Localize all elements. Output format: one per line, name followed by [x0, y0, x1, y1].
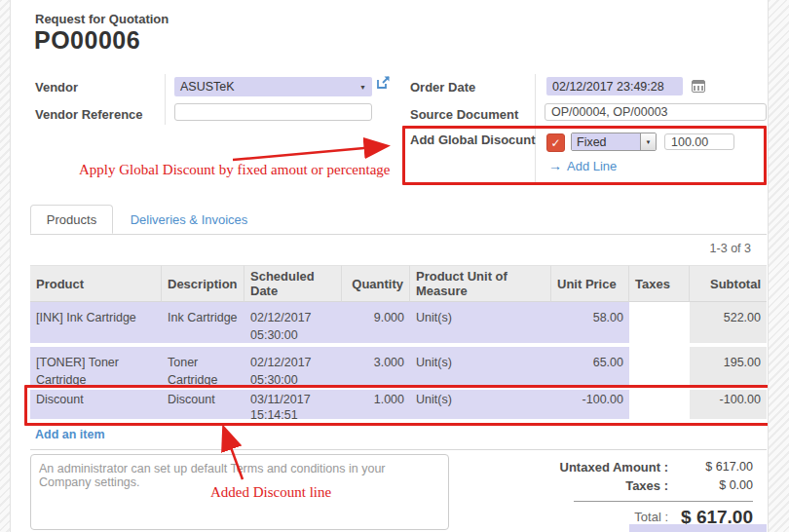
cell-product[interactable]: [INK] Ink Cartridge — [30, 302, 162, 345]
col-quantity: Quantity — [342, 265, 410, 302]
totals-block: Untaxed Amount : $ 617.00 Taxes : $ 0.00… — [459, 458, 753, 529]
global-discount-label: Add Global Disocunt — [410, 133, 536, 147]
tab-products[interactable]: Products — [30, 205, 113, 234]
vendor-label: Vendor — [35, 80, 78, 95]
global-discount-checkbox[interactable]: ✓ — [546, 133, 565, 152]
cell-unit-price[interactable]: 58.00 — [551, 302, 629, 345]
annotation-note-bottom: Added Discount line — [210, 484, 331, 501]
cell-subtotal[interactable]: -100.00 — [690, 390, 767, 421]
cell-scheduled-date[interactable]: 02/12/2017 05:30:00 — [244, 302, 342, 345]
table-row-ink[interactable]: [INK] Ink Cartridge Ink Cartridge 02/12/… — [30, 302, 767, 345]
annotation-note-top: Apply Global Discount by fixed amout or … — [79, 162, 415, 178]
cutoff-highlight-strip — [629, 524, 767, 532]
tab-products-label: Products — [47, 212, 96, 227]
col-product: Product — [30, 265, 162, 302]
totals-divider — [574, 501, 753, 502]
col-unit-price: Unit Price — [551, 265, 629, 302]
cell-subtotal[interactable]: 195.00 — [690, 347, 767, 388]
col-scheduled-date: Scheduled Date — [244, 265, 342, 302]
vendor-reference-label: Vendor Reference — [35, 107, 143, 122]
cell-uom[interactable]: Unit(s) — [410, 302, 551, 345]
vendor-reference-input[interactable] — [174, 103, 372, 121]
cell-quantity[interactable]: 9.000 — [342, 302, 410, 345]
cell-product[interactable]: [TONER] Toner Cartridge — [30, 347, 162, 388]
untaxed-amount-label: Untaxed Amount : — [459, 458, 668, 476]
discount-type-select[interactable]: Fixed ▼ — [571, 133, 657, 151]
cell-uom[interactable]: Unit(s) — [410, 347, 551, 388]
col-subtotal: Subtotal — [690, 265, 767, 302]
form-sheet: Request for Quotation PO00006 Vendor ASU… — [10, 0, 769, 532]
add-line-label: Add Line — [567, 159, 617, 173]
add-item-row: Add an item — [30, 421, 767, 450]
arrow-to-global-discount — [233, 146, 386, 160]
source-document-label: Source Document — [410, 107, 518, 122]
cell-quantity[interactable]: 1.000 — [342, 390, 410, 421]
cell-description[interactable]: Toner Cartridge — [162, 347, 244, 388]
calendar-icon[interactable] — [692, 80, 705, 93]
table-row-toner[interactable]: [TONER] Toner Cartridge Toner Cartridge … — [30, 347, 767, 388]
order-date-label: Order Date — [410, 80, 475, 95]
discount-amount-input[interactable] — [664, 133, 734, 150]
cell-scheduled-date[interactable]: 03/11/2017 15:14:51 — [244, 390, 342, 421]
tab-deliveries-invoices-label: Deliveries & Invoices — [131, 212, 248, 227]
table-header: Product Description Scheduled Date Quant… — [30, 265, 767, 302]
cell-unit-price[interactable]: 65.00 — [551, 347, 629, 388]
cell-description[interactable]: Ink Cartridge — [162, 302, 244, 345]
check-icon: ✓ — [550, 136, 560, 150]
source-document-input[interactable] — [545, 103, 767, 121]
discount-type-value: Fixed — [572, 133, 640, 150]
group-separator-left — [165, 74, 166, 125]
vendor-select[interactable]: ASUSTeK ▼ — [174, 77, 372, 96]
taxes-value: $ 0.00 — [668, 476, 753, 495]
add-line-link[interactable]: → Add Line — [548, 158, 617, 173]
document-type-label: Request for Quotation — [35, 12, 169, 26]
arrow-right-icon: → — [548, 158, 562, 173]
col-description: Description — [162, 265, 244, 302]
cell-unit-price[interactable]: -100.00 — [551, 390, 629, 421]
col-uom: Product Unit of Measure — [410, 265, 551, 302]
cell-description[interactable]: Discount — [162, 390, 244, 421]
col-taxes: Taxes — [629, 265, 690, 302]
add-an-item-link[interactable]: Add an item — [35, 428, 105, 441]
cell-uom[interactable]: Unit(s) — [410, 390, 551, 421]
vendor-value: ASUSTeK — [180, 80, 235, 94]
chevron-down-icon[interactable]: ▼ — [359, 84, 366, 91]
untaxed-amount-row: Untaxed Amount : $ 617.00 — [459, 458, 753, 476]
cell-quantity[interactable]: 3.000 — [342, 347, 410, 388]
open-record-icon[interactable] — [376, 75, 391, 94]
cell-scheduled-date[interactable]: 02/12/2017 05:30:00 — [244, 347, 342, 388]
cell-product[interactable]: Discount — [30, 390, 162, 421]
group-separator-right — [535, 74, 536, 183]
cell-taxes[interactable] — [629, 347, 690, 388]
page-title: PO00006 — [34, 26, 140, 55]
chevron-down-icon[interactable]: ▼ — [640, 133, 656, 150]
cell-taxes[interactable] — [629, 302, 690, 345]
order-date-field[interactable]: 02/12/2017 23:49:28 — [546, 77, 683, 95]
taxes-label: Taxes : — [459, 476, 668, 495]
order-date-value: 02/12/2017 23:49:28 — [552, 80, 664, 94]
taxes-row: Taxes : $ 0.00 — [459, 476, 753, 495]
cell-subtotal[interactable]: 522.00 — [690, 302, 767, 345]
untaxed-amount-value: $ 617.00 — [668, 458, 753, 476]
tabs-divider — [30, 234, 767, 235]
cell-taxes[interactable] — [629, 390, 690, 421]
tab-deliveries-invoices[interactable]: Deliveries & Invoices — [116, 205, 262, 234]
pager: 1-3 of 3 — [710, 242, 751, 255]
table-row-discount[interactable]: Discount Discount 03/11/2017 15:14:51 1.… — [30, 390, 767, 421]
